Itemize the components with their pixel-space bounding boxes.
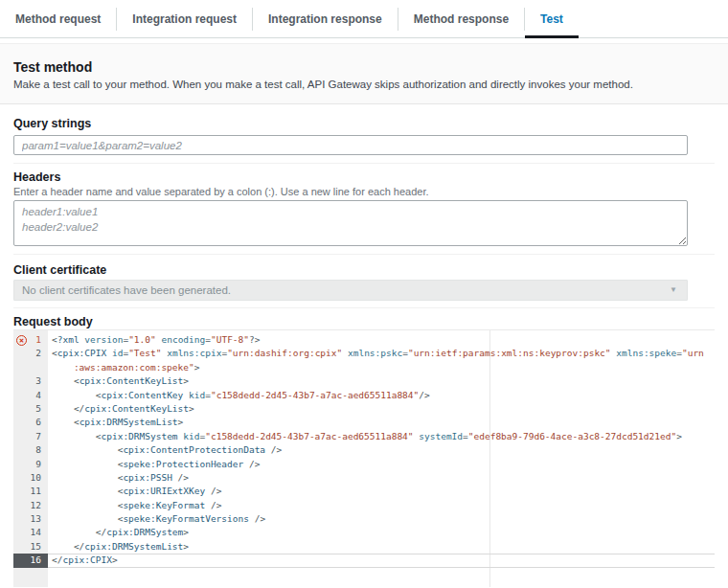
page-description: Make a test call to your method. When yo… — [13, 79, 715, 91]
gutter-cell: 15 — [13, 540, 48, 554]
error-icon: ✕ — [16, 335, 27, 346]
code-line: <cpix:ContentKeyList> — [48, 374, 715, 388]
line-number: 3 — [35, 375, 41, 386]
code-line: </cpix:ContentKeyList> — [48, 402, 715, 416]
gutter-cell: 4 — [13, 389, 48, 402]
code-line: <?xml version="1.0" encoding="UTF-8"?> — [48, 333, 715, 347]
gutter-cell: 8 — [13, 443, 48, 457]
code-line: <cpix:DRMSystem kid="c158dedd-2d45-43b7-… — [48, 430, 715, 443]
code-line: </cpix:DRMSystemList> — [48, 540, 715, 554]
code-line: <speke:ProtectionHeader /> — [48, 458, 715, 471]
code-line: :aws:amazon:com:speke"> — [48, 361, 715, 374]
line-number: 14 — [31, 527, 41, 537]
gutter-cell: 16 — [13, 554, 48, 567]
line-number: 13 — [31, 513, 41, 524]
gutter-cell — [13, 361, 48, 374]
line-number: 10 — [31, 472, 41, 483]
client-certificate-value: No client certificates have been generat… — [22, 284, 231, 296]
line-number: 2 — [35, 348, 41, 358]
gutter-cell: 6 — [13, 416, 48, 429]
gutter-cell: 9 — [13, 458, 48, 471]
line-number: 11 — [31, 486, 41, 496]
gutter-cell: 14 — [13, 526, 48, 539]
tab-bar: Method request Integration request Integ… — [0, 0, 728, 38]
gutter-cell: 2 — [13, 347, 48, 360]
code-line: <cpix:ContentProtectionData /> — [48, 443, 715, 457]
headers-label: Headers — [13, 170, 715, 185]
section-divider — [13, 307, 715, 308]
line-number: 8 — [35, 444, 41, 455]
editor-gutter: ✕12345678910111213141516 — [13, 330, 48, 587]
line-number: 1 — [35, 334, 41, 345]
tab-method-request[interactable]: Method request — [0, 0, 116, 38]
query-strings-label: Query strings — [13, 117, 715, 131]
line-number: 9 — [35, 459, 41, 469]
tab-method-response[interactable]: Method response — [398, 0, 524, 38]
gutter-cell: 7 — [13, 430, 48, 443]
gutter-cell: 12 — [13, 499, 48, 512]
gutter-cell: 3 — [13, 374, 48, 388]
gutter-cell: 13 — [13, 512, 48, 526]
query-strings-input[interactable] — [13, 135, 688, 155]
gutter-cell: 10 — [13, 471, 48, 485]
section-divider — [13, 163, 715, 164]
tab-integration-response[interactable]: Integration response — [253, 0, 398, 38]
code-line: </cpix:DRMSystem> — [48, 526, 715, 539]
client-certificate-label: Client certificate — [13, 263, 715, 278]
line-number: 5 — [35, 403, 41, 414]
test-method-header: Test method Make a test call to your met… — [0, 43, 728, 104]
chevron-down-icon: ▼ — [670, 285, 677, 294]
gutter-cell: 5 — [13, 402, 48, 416]
client-certificate-select[interactable]: No client certificates have been generat… — [13, 280, 688, 301]
line-number: 4 — [35, 390, 41, 400]
line-number: 15 — [31, 541, 41, 552]
code-line: <cpix:URIExtXKey /> — [48, 485, 715, 498]
code-line: <cpix:PSSH /> — [48, 471, 715, 485]
line-number: 12 — [31, 500, 41, 510]
section-divider — [13, 254, 715, 255]
request-body-editor[interactable]: ✕12345678910111213141516 <?xml version="… — [13, 329, 715, 587]
code-line: <cpix:ContentKey kid="c158dedd-2d45-43b7… — [48, 389, 715, 402]
headers-hint: Enter a header name and value separated … — [13, 186, 715, 197]
page-title: Test method — [13, 59, 715, 75]
line-number: 16 — [31, 554, 41, 565]
code-line: <speke:KeyFormatVersions /> — [48, 512, 715, 526]
code-line: <cpix:DRMSystemList> — [48, 416, 715, 429]
headers-textarea[interactable] — [13, 200, 688, 246]
request-body-label: Request body — [13, 315, 715, 329]
tab-test[interactable]: Test — [525, 0, 579, 38]
tab-integration-request[interactable]: Integration request — [117, 0, 252, 38]
code-line: <speke:KeyFormat /> — [48, 499, 715, 512]
line-number: 7 — [35, 431, 41, 441]
gutter-cell: ✕1 — [13, 333, 48, 347]
code-line: </cpix:CPIX> — [48, 554, 715, 567]
editor-code[interactable]: <?xml version="1.0" encoding="UTF-8"?><c… — [48, 330, 715, 587]
gutter-cell: 11 — [13, 485, 48, 498]
line-number: 6 — [35, 417, 41, 427]
code-line: <cpix:CPIX id="Test" xmlns:cpix="urn:das… — [48, 347, 715, 360]
